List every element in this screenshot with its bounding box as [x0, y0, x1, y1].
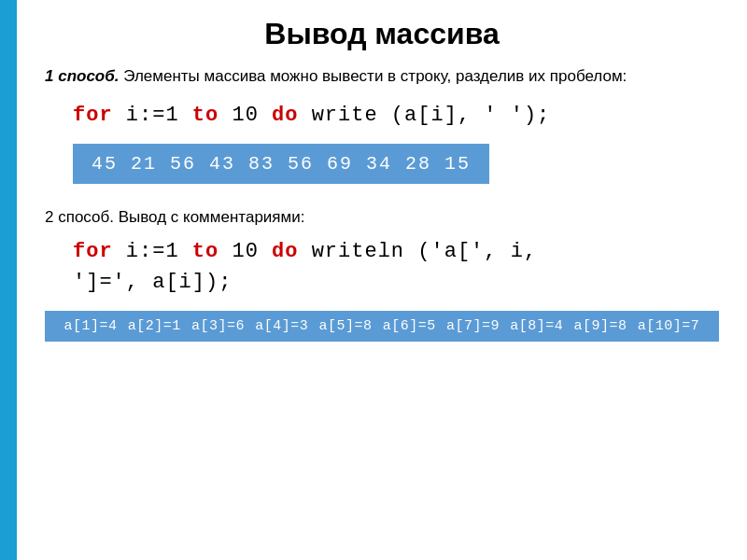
- code-line-2: for i:=1 to 10 do writeln ('a[', i, ']='…: [73, 236, 719, 298]
- method2-label: 2 способ: [45, 208, 109, 226]
- array-item: a[1]=4: [64, 318, 118, 334]
- method2-text: . Вывод с комментариями:: [109, 208, 304, 226]
- code1-part2: 10: [218, 104, 272, 127]
- array-output-box-1: 45 21 56 43 83 56 69 34 28 15: [73, 144, 489, 184]
- code-line-1: for i:=1 to 10 do write (a[i], ' ');: [73, 104, 719, 127]
- code2-part3: writeln ('a[', i,: [298, 240, 537, 263]
- keyword-for-2: for: [73, 240, 113, 263]
- array-item: a[7]=9: [446, 318, 500, 334]
- array-item: a[5]=8: [319, 318, 373, 334]
- array-item: a[3]=6: [191, 318, 245, 334]
- keyword-for-1: for: [73, 104, 113, 127]
- left-accent-bar: [0, 0, 17, 560]
- keyword-to-2: to: [192, 240, 218, 263]
- array-item: a[10]=7: [638, 318, 700, 334]
- code2-part1: i:=1: [113, 240, 192, 263]
- array-item: a[6]=5: [383, 318, 436, 334]
- code1-part3: write (a[i], ' ');: [298, 104, 550, 127]
- code2-part2: 10: [218, 240, 272, 263]
- method1-text: Элементы массива можно вывести в строку,…: [120, 67, 627, 85]
- array-item: a[4]=3: [255, 318, 308, 334]
- method1-description: 1 способ. Элементы массива можно вывести…: [45, 64, 719, 89]
- keyword-do-2: do: [272, 240, 298, 263]
- array-item: a[2]=1: [128, 318, 181, 334]
- array-item: a[9]=8: [574, 318, 627, 334]
- code1-part1: i:=1: [113, 104, 192, 127]
- array-output-box-2: a[1]=4a[2]=1a[3]=6a[4]=3a[5]=8a[6]=5a[7]…: [45, 311, 719, 342]
- keyword-to-1: to: [192, 104, 218, 127]
- array-item: a[8]=4: [510, 318, 563, 334]
- keyword-do-1: do: [272, 104, 298, 127]
- method2-description: 2 способ. Вывод с комментариями:: [45, 208, 719, 227]
- method1-label: 1 способ.: [45, 67, 120, 85]
- code2-part4: ']=', a[i]);: [73, 271, 232, 294]
- page-title: Вывод массива: [45, 9, 719, 51]
